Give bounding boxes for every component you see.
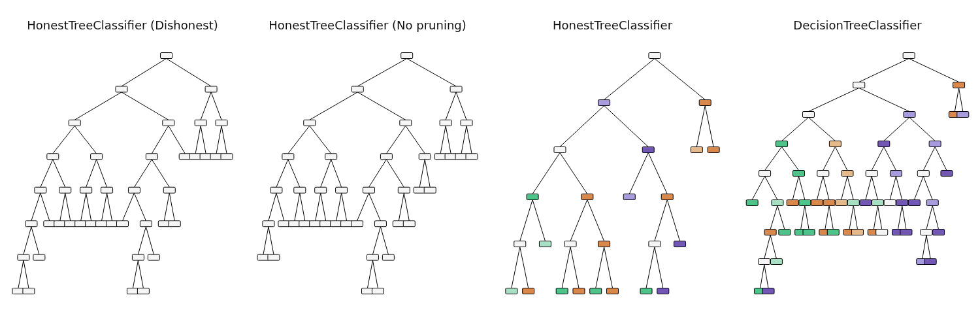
tree-node [44, 221, 56, 227]
tree-node [466, 154, 478, 160]
tree-node [514, 241, 526, 247]
tree-node [278, 221, 290, 227]
svg-line-88 [570, 200, 587, 241]
panel-honest: HonestTreeClassifier [490, 0, 735, 327]
tree-node [941, 171, 953, 177]
svg-line-138 [878, 206, 882, 230]
svg-line-56 [336, 193, 342, 220]
svg-line-47 [276, 193, 284, 220]
svg-line-11 [60, 193, 65, 220]
tree-node [598, 100, 610, 106]
svg-line-38 [216, 126, 221, 153]
tree-node [455, 154, 467, 160]
tree-node [554, 147, 566, 153]
tree-node [75, 221, 87, 227]
tree-node [817, 171, 829, 177]
tree-node [128, 187, 140, 193]
tree-node [299, 221, 311, 227]
tree-node [852, 230, 864, 235]
svg-line-111 [764, 235, 770, 259]
tree-node [33, 254, 45, 260]
svg-line-120 [805, 206, 809, 230]
svg-line-141 [896, 177, 902, 200]
tree-node [331, 221, 342, 227]
tree-node [106, 221, 118, 227]
svg-line-79 [466, 126, 472, 153]
svg-line-116 [782, 147, 799, 171]
tree-node [776, 141, 788, 147]
tree-node [450, 86, 462, 92]
svg-line-10 [53, 160, 65, 187]
svg-line-14 [86, 160, 97, 187]
svg-line-40 [357, 59, 406, 86]
svg-line-46 [269, 227, 274, 254]
svg-line-92 [596, 247, 604, 288]
tree-node [12, 288, 24, 294]
svg-line-15 [81, 193, 86, 220]
svg-line-132 [859, 88, 909, 112]
svg-line-131 [853, 206, 857, 230]
svg-line-146 [914, 177, 923, 200]
svg-line-82 [532, 153, 560, 194]
svg-line-149 [923, 235, 926, 259]
tree-node [799, 200, 811, 206]
tree-node [829, 141, 841, 147]
tree-node [841, 171, 853, 177]
svg-line-91 [587, 200, 604, 241]
tree-node [179, 154, 191, 160]
tree-node [440, 120, 451, 126]
tree-node [506, 288, 517, 294]
svg-line-107 [765, 147, 782, 171]
tree-node [270, 187, 282, 193]
tree-node [657, 288, 669, 294]
tree-node [623, 194, 635, 200]
tree-node [890, 171, 902, 177]
svg-line-113 [764, 265, 768, 288]
tree-node [25, 221, 37, 227]
tree-node [341, 221, 353, 227]
svg-line-52 [321, 160, 331, 187]
svg-line-19 [107, 193, 112, 220]
svg-line-51 [310, 126, 331, 153]
tree-node [393, 221, 404, 227]
svg-line-134 [872, 147, 884, 171]
tree-node [146, 154, 157, 160]
tree-node [933, 230, 945, 235]
svg-line-44 [269, 193, 276, 220]
svg-line-117 [792, 177, 798, 200]
panel-title: DecisionTreeClassifier [735, 18, 980, 32]
svg-line-65 [372, 260, 378, 288]
svg-line-97 [655, 200, 667, 241]
tree-node [759, 171, 771, 177]
tree-node [200, 154, 212, 160]
svg-line-31 [169, 193, 174, 220]
tree-node [304, 120, 316, 126]
tree-node [811, 200, 823, 206]
svg-line-59 [386, 126, 405, 153]
tree-node [117, 221, 129, 227]
tree-node [59, 187, 71, 193]
svg-line-60 [368, 160, 386, 187]
svg-line-78 [461, 126, 466, 153]
svg-line-100 [667, 200, 679, 241]
tree-node [461, 120, 472, 126]
svg-line-86 [532, 200, 545, 241]
tree-node [216, 120, 227, 126]
svg-line-121 [808, 118, 835, 141]
tree-node [802, 112, 814, 118]
svg-line-34 [201, 92, 211, 120]
svg-line-30 [164, 193, 169, 220]
svg-line-22 [134, 160, 152, 187]
tree-node [598, 241, 610, 247]
tree-node [221, 154, 233, 160]
svg-line-85 [520, 247, 529, 288]
tree-node [908, 200, 920, 206]
tree-node [18, 254, 29, 260]
tree-node [803, 230, 815, 235]
tree-node [414, 187, 425, 193]
tree-node [787, 200, 798, 206]
tree-node [527, 194, 538, 200]
svg-line-61 [357, 193, 369, 220]
tree-node [362, 288, 374, 294]
svg-line-126 [829, 206, 833, 230]
